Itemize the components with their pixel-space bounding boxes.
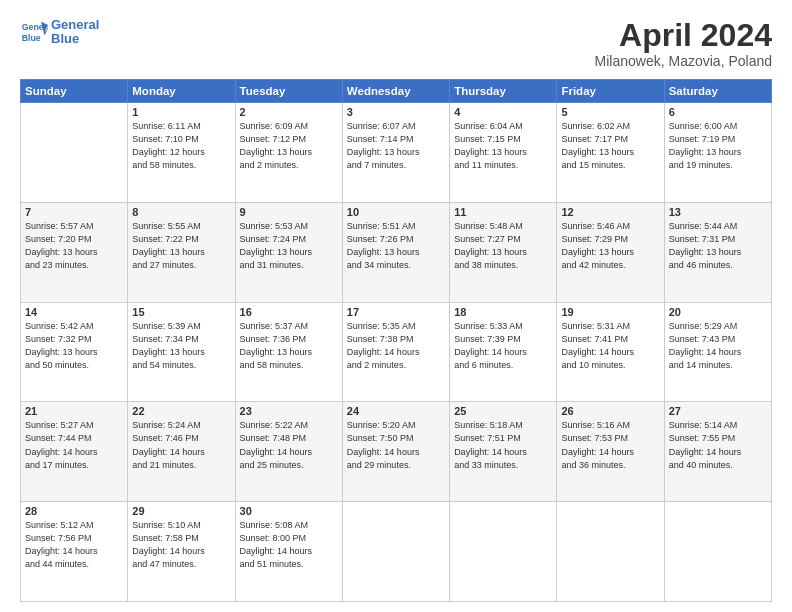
day-number: 12 bbox=[561, 206, 659, 218]
day-detail: Sunrise: 5:31 AM Sunset: 7:41 PM Dayligh… bbox=[561, 320, 659, 372]
day-number: 29 bbox=[132, 505, 230, 517]
weekday-header-friday: Friday bbox=[557, 80, 664, 103]
day-detail: Sunrise: 5:39 AM Sunset: 7:34 PM Dayligh… bbox=[132, 320, 230, 372]
calendar-week-row: 21Sunrise: 5:27 AM Sunset: 7:44 PM Dayli… bbox=[21, 402, 772, 502]
day-number: 23 bbox=[240, 405, 338, 417]
calendar-cell: 7Sunrise: 5:57 AM Sunset: 7:20 PM Daylig… bbox=[21, 202, 128, 302]
day-number: 14 bbox=[25, 306, 123, 318]
calendar-cell: 26Sunrise: 5:16 AM Sunset: 7:53 PM Dayli… bbox=[557, 402, 664, 502]
calendar-cell: 1Sunrise: 6:11 AM Sunset: 7:10 PM Daylig… bbox=[128, 103, 235, 203]
day-detail: Sunrise: 5:51 AM Sunset: 7:26 PM Dayligh… bbox=[347, 220, 445, 272]
day-detail: Sunrise: 5:57 AM Sunset: 7:20 PM Dayligh… bbox=[25, 220, 123, 272]
calendar-cell: 24Sunrise: 5:20 AM Sunset: 7:50 PM Dayli… bbox=[342, 402, 449, 502]
day-number: 21 bbox=[25, 405, 123, 417]
day-detail: Sunrise: 5:18 AM Sunset: 7:51 PM Dayligh… bbox=[454, 419, 552, 471]
day-detail: Sunrise: 5:53 AM Sunset: 7:24 PM Dayligh… bbox=[240, 220, 338, 272]
day-detail: Sunrise: 5:12 AM Sunset: 7:56 PM Dayligh… bbox=[25, 519, 123, 571]
calendar-cell: 8Sunrise: 5:55 AM Sunset: 7:22 PM Daylig… bbox=[128, 202, 235, 302]
day-number: 13 bbox=[669, 206, 767, 218]
day-number: 5 bbox=[561, 106, 659, 118]
day-detail: Sunrise: 5:46 AM Sunset: 7:29 PM Dayligh… bbox=[561, 220, 659, 272]
day-detail: Sunrise: 5:16 AM Sunset: 7:53 PM Dayligh… bbox=[561, 419, 659, 471]
weekday-header-wednesday: Wednesday bbox=[342, 80, 449, 103]
logo-text-general: General bbox=[51, 18, 99, 32]
calendar-cell bbox=[664, 502, 771, 602]
calendar-cell: 21Sunrise: 5:27 AM Sunset: 7:44 PM Dayli… bbox=[21, 402, 128, 502]
calendar-cell: 18Sunrise: 5:33 AM Sunset: 7:39 PM Dayli… bbox=[450, 302, 557, 402]
day-detail: Sunrise: 5:44 AM Sunset: 7:31 PM Dayligh… bbox=[669, 220, 767, 272]
day-detail: Sunrise: 5:35 AM Sunset: 7:38 PM Dayligh… bbox=[347, 320, 445, 372]
day-number: 17 bbox=[347, 306, 445, 318]
day-number: 24 bbox=[347, 405, 445, 417]
day-number: 22 bbox=[132, 405, 230, 417]
calendar-cell: 3Sunrise: 6:07 AM Sunset: 7:14 PM Daylig… bbox=[342, 103, 449, 203]
day-detail: Sunrise: 6:09 AM Sunset: 7:12 PM Dayligh… bbox=[240, 120, 338, 172]
day-number: 10 bbox=[347, 206, 445, 218]
day-detail: Sunrise: 5:14 AM Sunset: 7:55 PM Dayligh… bbox=[669, 419, 767, 471]
calendar-cell: 12Sunrise: 5:46 AM Sunset: 7:29 PM Dayli… bbox=[557, 202, 664, 302]
calendar-cell: 15Sunrise: 5:39 AM Sunset: 7:34 PM Dayli… bbox=[128, 302, 235, 402]
day-detail: Sunrise: 6:02 AM Sunset: 7:17 PM Dayligh… bbox=[561, 120, 659, 172]
calendar-cell: 29Sunrise: 5:10 AM Sunset: 7:58 PM Dayli… bbox=[128, 502, 235, 602]
calendar-cell: 10Sunrise: 5:51 AM Sunset: 7:26 PM Dayli… bbox=[342, 202, 449, 302]
calendar-cell: 27Sunrise: 5:14 AM Sunset: 7:55 PM Dayli… bbox=[664, 402, 771, 502]
day-number: 4 bbox=[454, 106, 552, 118]
calendar-cell: 9Sunrise: 5:53 AM Sunset: 7:24 PM Daylig… bbox=[235, 202, 342, 302]
day-number: 19 bbox=[561, 306, 659, 318]
weekday-header-thursday: Thursday bbox=[450, 80, 557, 103]
calendar-cell: 5Sunrise: 6:02 AM Sunset: 7:17 PM Daylig… bbox=[557, 103, 664, 203]
day-number: 25 bbox=[454, 405, 552, 417]
day-detail: Sunrise: 5:37 AM Sunset: 7:36 PM Dayligh… bbox=[240, 320, 338, 372]
calendar-cell: 19Sunrise: 5:31 AM Sunset: 7:41 PM Dayli… bbox=[557, 302, 664, 402]
calendar-cell: 2Sunrise: 6:09 AM Sunset: 7:12 PM Daylig… bbox=[235, 103, 342, 203]
weekday-header-row: SundayMondayTuesdayWednesdayThursdayFrid… bbox=[21, 80, 772, 103]
day-detail: Sunrise: 5:08 AM Sunset: 8:00 PM Dayligh… bbox=[240, 519, 338, 571]
header: General Blue General Blue April 2024 Mil… bbox=[20, 18, 772, 69]
day-detail: Sunrise: 5:20 AM Sunset: 7:50 PM Dayligh… bbox=[347, 419, 445, 471]
day-number: 26 bbox=[561, 405, 659, 417]
day-number: 2 bbox=[240, 106, 338, 118]
calendar-week-row: 28Sunrise: 5:12 AM Sunset: 7:56 PM Dayli… bbox=[21, 502, 772, 602]
day-number: 9 bbox=[240, 206, 338, 218]
day-detail: Sunrise: 5:33 AM Sunset: 7:39 PM Dayligh… bbox=[454, 320, 552, 372]
calendar-cell: 13Sunrise: 5:44 AM Sunset: 7:31 PM Dayli… bbox=[664, 202, 771, 302]
day-number: 28 bbox=[25, 505, 123, 517]
calendar-cell: 16Sunrise: 5:37 AM Sunset: 7:36 PM Dayli… bbox=[235, 302, 342, 402]
calendar-cell: 14Sunrise: 5:42 AM Sunset: 7:32 PM Dayli… bbox=[21, 302, 128, 402]
day-number: 30 bbox=[240, 505, 338, 517]
calendar-cell: 20Sunrise: 5:29 AM Sunset: 7:43 PM Dayli… bbox=[664, 302, 771, 402]
calendar-cell bbox=[450, 502, 557, 602]
calendar-cell: 11Sunrise: 5:48 AM Sunset: 7:27 PM Dayli… bbox=[450, 202, 557, 302]
calendar-cell: 17Sunrise: 5:35 AM Sunset: 7:38 PM Dayli… bbox=[342, 302, 449, 402]
day-number: 3 bbox=[347, 106, 445, 118]
day-number: 16 bbox=[240, 306, 338, 318]
day-detail: Sunrise: 5:22 AM Sunset: 7:48 PM Dayligh… bbox=[240, 419, 338, 471]
logo-text-blue: Blue bbox=[51, 32, 99, 46]
weekday-header-saturday: Saturday bbox=[664, 80, 771, 103]
calendar-week-row: 1Sunrise: 6:11 AM Sunset: 7:10 PM Daylig… bbox=[21, 103, 772, 203]
calendar-cell: 25Sunrise: 5:18 AM Sunset: 7:51 PM Dayli… bbox=[450, 402, 557, 502]
day-number: 18 bbox=[454, 306, 552, 318]
weekday-header-monday: Monday bbox=[128, 80, 235, 103]
title-block: April 2024 Milanowek, Mazovia, Poland bbox=[595, 18, 772, 69]
day-detail: Sunrise: 6:00 AM Sunset: 7:19 PM Dayligh… bbox=[669, 120, 767, 172]
day-number: 1 bbox=[132, 106, 230, 118]
calendar-week-row: 7Sunrise: 5:57 AM Sunset: 7:20 PM Daylig… bbox=[21, 202, 772, 302]
calendar-week-row: 14Sunrise: 5:42 AM Sunset: 7:32 PM Dayli… bbox=[21, 302, 772, 402]
day-detail: Sunrise: 5:42 AM Sunset: 7:32 PM Dayligh… bbox=[25, 320, 123, 372]
day-detail: Sunrise: 5:48 AM Sunset: 7:27 PM Dayligh… bbox=[454, 220, 552, 272]
calendar-cell: 4Sunrise: 6:04 AM Sunset: 7:15 PM Daylig… bbox=[450, 103, 557, 203]
calendar-cell: 30Sunrise: 5:08 AM Sunset: 8:00 PM Dayli… bbox=[235, 502, 342, 602]
location-subtitle: Milanowek, Mazovia, Poland bbox=[595, 53, 772, 69]
calendar-cell bbox=[557, 502, 664, 602]
calendar-cell: 23Sunrise: 5:22 AM Sunset: 7:48 PM Dayli… bbox=[235, 402, 342, 502]
day-number: 8 bbox=[132, 206, 230, 218]
day-detail: Sunrise: 6:07 AM Sunset: 7:14 PM Dayligh… bbox=[347, 120, 445, 172]
day-number: 15 bbox=[132, 306, 230, 318]
day-detail: Sunrise: 6:04 AM Sunset: 7:15 PM Dayligh… bbox=[454, 120, 552, 172]
day-number: 27 bbox=[669, 405, 767, 417]
day-number: 7 bbox=[25, 206, 123, 218]
weekday-header-sunday: Sunday bbox=[21, 80, 128, 103]
day-detail: Sunrise: 5:55 AM Sunset: 7:22 PM Dayligh… bbox=[132, 220, 230, 272]
day-number: 6 bbox=[669, 106, 767, 118]
